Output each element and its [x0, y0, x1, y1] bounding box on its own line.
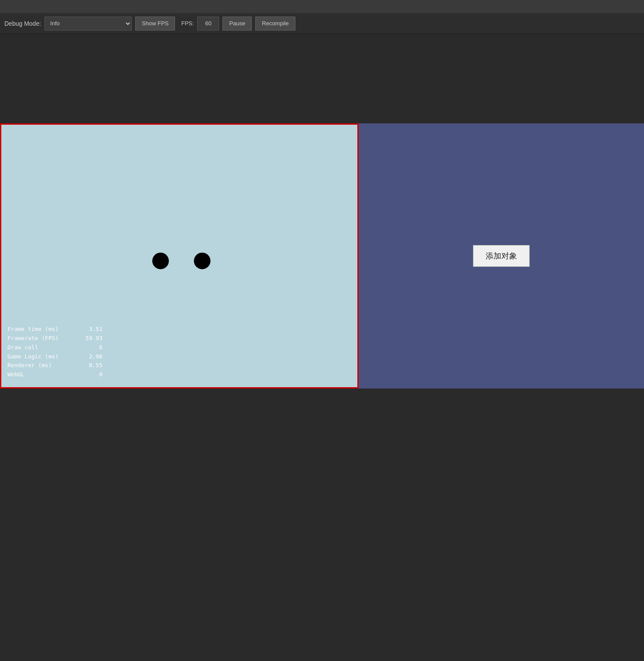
debug-value: 0 — [81, 370, 103, 379]
debug-mode-select[interactable]: Info Wireframe Overdraw MipMaps — [45, 17, 132, 31]
debug-value: 2.96 — [81, 352, 103, 361]
debug-value: 3.51 — [81, 325, 103, 334]
browser-top-bar — [0, 0, 644, 13]
debug-key: WebGL — [7, 370, 77, 379]
debug-row: Frame time (ms)3.51 — [7, 325, 103, 334]
debug-key: Game Logic (ms) — [7, 352, 77, 361]
debug-value: 0.55 — [81, 361, 103, 370]
fps-label: FPS: — [181, 20, 194, 27]
canvas-viewport[interactable]: Frame time (ms)3.51Framerate (FPS)59.93D… — [0, 123, 359, 388]
debug-key: Framerate (FPS) — [7, 334, 77, 343]
bottom-spacer — [0, 388, 644, 661]
debug-info-overlay: Frame time (ms)3.51Framerate (FPS)59.93D… — [7, 325, 103, 379]
debug-key: Draw call — [7, 343, 77, 352]
debug-key: Renderer (ms) — [7, 361, 77, 370]
add-object-button[interactable]: 添加对象 — [473, 245, 530, 267]
fps-input[interactable] — [197, 17, 219, 31]
toolbar: Debug Mode: Info Wireframe Overdraw MipM… — [0, 13, 644, 34]
debug-value: 59.93 — [81, 334, 103, 343]
top-spacer — [0, 34, 644, 123]
recompile-button[interactable]: Recompile — [255, 17, 295, 31]
debug-row: Framerate (FPS)59.93 — [7, 334, 103, 343]
debug-value: 6 — [81, 343, 103, 352]
debug-row: WebGL0 — [7, 370, 103, 379]
pause-button[interactable]: Pause — [223, 17, 252, 31]
circle-left — [152, 252, 169, 269]
main-content: Frame time (ms)3.51Framerate (FPS)59.93D… — [0, 123, 644, 388]
debug-row: Renderer (ms)0.55 — [7, 361, 103, 370]
show-fps-button[interactable]: Show FPS — [135, 17, 175, 31]
debug-row: Draw call6 — [7, 343, 103, 352]
debug-row: Game Logic (ms)2.96 — [7, 352, 103, 361]
debug-key: Frame time (ms) — [7, 325, 77, 334]
circle-right — [194, 252, 210, 269]
right-panel: 添加对象 — [359, 123, 644, 388]
debug-mode-label: Debug Mode: — [4, 20, 41, 27]
